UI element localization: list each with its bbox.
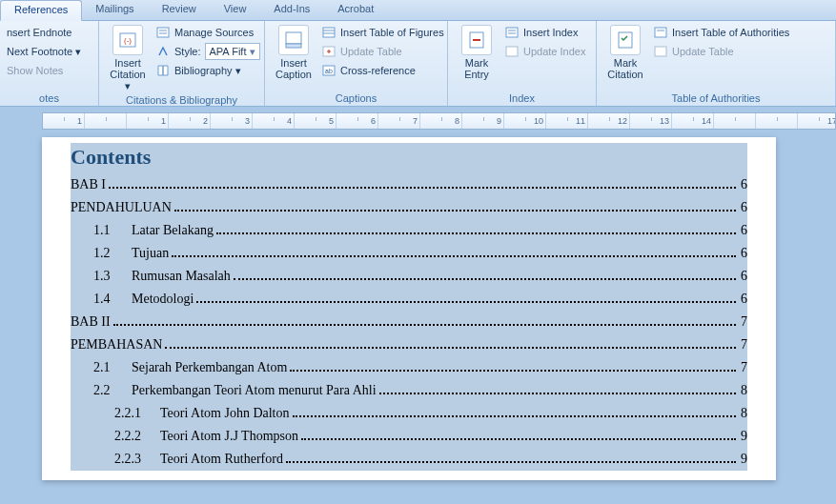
toc-entry-page: 6 (739, 292, 747, 307)
ribbon-tabs: References Mailings Review View Add-Ins … (0, 0, 836, 21)
toc-entry-text: Teori Atom John Dalton (160, 406, 290, 421)
insert-toa-icon (653, 25, 668, 40)
update-table-captions-label: Update Table (340, 46, 402, 57)
document-area: Contents BAB I6PENDAHULUAN61.1Latar Bela… (0, 130, 836, 504)
toc-entry-text: Tujuan (132, 246, 169, 261)
update-toa-button[interactable]: Update Table (650, 42, 792, 61)
toc-body: BAB I6PENDAHULUAN61.1Latar Belakang61.2T… (71, 173, 747, 471)
toc-entry[interactable]: 2.2.1Teori Atom John Dalton8 (71, 402, 747, 425)
insert-endnote-button[interactable]: nsert Endnote (4, 23, 75, 42)
toc-entry[interactable]: 2.2Perkembangan Teori Atom menurut Para … (71, 379, 747, 402)
toc-entry-number: 2.1 (71, 360, 132, 375)
group-citations-label: Citations & Bibliography (103, 93, 260, 108)
show-notes-button[interactable]: Show Notes (4, 61, 66, 80)
mark-citation-label: Mark Citation (607, 57, 642, 80)
insert-toa-button[interactable]: Insert Table of Authorities (650, 23, 792, 42)
toc-entry-page: 7 (739, 314, 747, 330)
style-icon (155, 44, 171, 59)
style-combo[interactable]: APA Fift ▾ (205, 43, 261, 60)
tab-mailings[interactable]: Mailings (82, 0, 148, 20)
insert-endnote-label: nsert Endnote (7, 27, 72, 38)
insert-toa-label: Insert Table of Authorities (672, 27, 789, 38)
group-footnotes-label: otes (4, 91, 94, 106)
svg-rect-6 (286, 44, 301, 48)
ruler-mark: 1 (127, 113, 169, 129)
toc-entry-page: 8 (739, 406, 747, 421)
group-index-label: Index (452, 91, 592, 106)
update-table-icon (321, 44, 336, 59)
svg-text:ab: ab (325, 68, 333, 74)
toc-entry[interactable]: 2.1Sejarah Perkembangan Atom7 (71, 356, 747, 379)
next-footnote-button[interactable]: Next Footnote ▾ (4, 42, 84, 61)
cross-reference-button[interactable]: ab Cross-reference (318, 61, 447, 80)
insert-citation-icon: (-) (112, 25, 143, 55)
toc-entry[interactable]: 1.4Metodologi6 (71, 288, 747, 311)
toc-selection: Contents BAB I6PENDAHULUAN61.1Latar Bela… (71, 143, 747, 471)
tab-acrobat[interactable]: Acrobat (324, 0, 388, 20)
toc-leader (234, 278, 736, 280)
svg-rect-15 (506, 28, 518, 37)
svg-text:(-): (-) (124, 36, 132, 45)
insert-index-button[interactable]: Insert Index (501, 23, 588, 42)
toc-entry-text: Latar Belakang (132, 223, 214, 238)
toc-entry[interactable]: PEMBAHASAN7 (71, 333, 747, 356)
toc-entry[interactable]: BAB II7 (71, 311, 747, 333)
manage-sources-button[interactable]: Manage Sources (153, 23, 263, 42)
toc-entry-text: BAB I (71, 177, 106, 192)
tab-addins[interactable]: Add-Ins (260, 0, 324, 20)
toc-entry[interactable]: 1.3Rumusan Masalah6 (71, 265, 747, 288)
svg-rect-19 (619, 32, 632, 48)
insert-caption-button[interactable]: Insert Caption (269, 23, 318, 82)
insert-citation-label: Insert Citation ▾ (109, 57, 147, 91)
update-toa-label: Update Table (672, 46, 734, 57)
toc-leader (109, 187, 736, 189)
tab-view[interactable]: View (211, 0, 261, 20)
insert-table-figures-button[interactable]: Insert Table of Figures (318, 23, 447, 42)
tab-references[interactable]: References (0, 0, 82, 21)
ruler-mark (714, 113, 756, 129)
svg-rect-22 (655, 47, 666, 56)
toc-leader (301, 438, 736, 440)
insert-citation-button[interactable]: (-) Insert Citation ▾ (103, 23, 153, 93)
style-select[interactable]: Style: APA Fift ▾ (153, 42, 263, 61)
ruler-mark: 1 (43, 113, 85, 129)
manage-sources-label: Manage Sources (174, 27, 254, 38)
bibliography-button[interactable]: Bibliography ▾ (153, 61, 263, 80)
toc-entry[interactable]: 2.2.2Teori Atom J.J Thompson9 (71, 425, 747, 448)
tab-review[interactable]: Review (149, 0, 211, 20)
horizontal-ruler[interactable]: 112345678910111213141718 (42, 112, 836, 130)
document-page[interactable]: Contents BAB I6PENDAHULUAN61.1Latar Bela… (42, 137, 776, 480)
mark-entry-icon (461, 25, 492, 55)
toc-entry[interactable]: 1.2Tujuan6 (71, 242, 747, 265)
toc-leader (379, 393, 736, 394)
toc-leader (113, 324, 736, 326)
toc-entry-number: 1.1 (71, 223, 132, 238)
manage-sources-icon (155, 25, 171, 40)
toc-leader (286, 461, 736, 463)
show-notes-label: Show Notes (7, 65, 63, 76)
toc-entry-number: 2.2.1 (71, 406, 160, 421)
insert-table-figures-label: Insert Table of Figures (340, 27, 444, 38)
ruler-mark (85, 113, 127, 129)
group-authorities: Mark Citation Insert Table of Authoritie… (597, 21, 836, 106)
toc-entry[interactable]: 1.1Latar Belakang6 (71, 219, 747, 242)
toc-entry[interactable]: PENDAHULUAN6 (71, 196, 747, 219)
update-index-button[interactable]: Update Index (501, 42, 588, 61)
cross-reference-label: Cross-reference (340, 65, 416, 76)
toc-leader (174, 210, 736, 212)
update-table-captions-button[interactable]: Update Table (318, 42, 447, 61)
update-index-icon (504, 44, 520, 59)
toc-entry[interactable]: 2.2.3Teori Atom Rutherford9 (71, 448, 747, 471)
toc-entry-number: 2.2.3 (71, 452, 160, 467)
ruler-mark: 11 (546, 113, 588, 129)
ruler-mark: 10 (504, 113, 546, 129)
mark-entry-button[interactable]: Mark Entry (452, 23, 501, 82)
bibliography-label: Bibliography ▾ (174, 65, 241, 77)
ruler-mark: 9 (462, 113, 504, 129)
toc-entry-text: Sejarah Perkembangan Atom (132, 360, 287, 375)
toc-entry-page: 6 (739, 177, 747, 192)
next-footnote-label: Next Footnote ▾ (7, 46, 81, 58)
mark-citation-button[interactable]: Mark Citation (601, 23, 650, 82)
toc-leader (290, 370, 736, 372)
toc-entry[interactable]: BAB I6 (71, 173, 747, 196)
